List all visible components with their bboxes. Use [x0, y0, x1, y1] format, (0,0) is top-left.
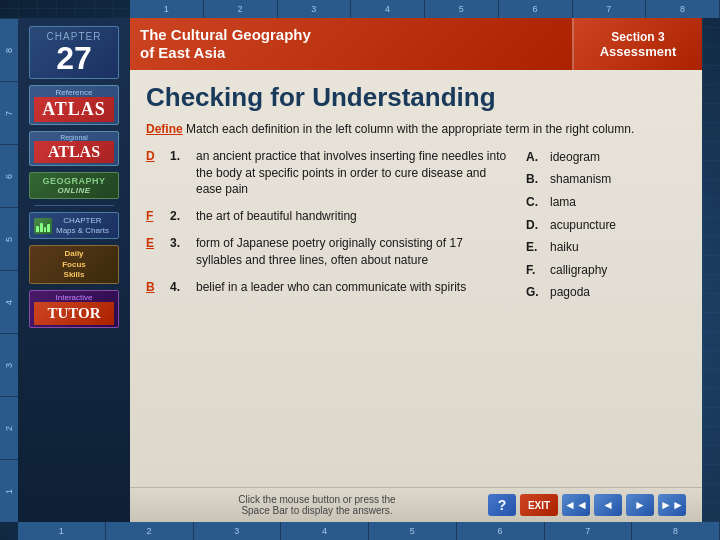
side-tab-1: 1 — [0, 459, 18, 522]
a-letter-a: A. — [526, 150, 544, 166]
header-title-area: The Cultural Geography of East Asia — [130, 18, 572, 70]
bottom-tab-7: 7 — [545, 522, 633, 540]
chapter-maps-button[interactable]: CHAPTER Maps & Charts — [29, 212, 119, 239]
side-tab-3: 3 — [0, 333, 18, 396]
footer-instruction: Click the mouse button or press the Spac… — [146, 494, 488, 516]
header-title-line1: The Cultural Geography — [140, 26, 562, 44]
bar2 — [40, 223, 43, 232]
sidebar: CHAPTER 27 Reference ATLAS Regional ATLA… — [18, 18, 130, 522]
daily-label: Daily Focus Skills — [34, 249, 114, 280]
geography-online-button[interactable]: GEOGRAPHY Online — [29, 172, 119, 199]
a-letter-e: E. — [526, 240, 544, 256]
a-text-d: acupuncture — [550, 218, 616, 234]
top-tab-6: 6 — [499, 0, 573, 18]
side-tab-8: 8 — [0, 18, 18, 81]
a-text-g: pagoda — [550, 285, 590, 301]
online-label: Online — [34, 186, 114, 195]
bar1 — [36, 226, 39, 232]
top-tab-8: 8 — [646, 0, 720, 18]
next-button[interactable]: ► — [626, 494, 654, 516]
answer-b: B. shamanism — [526, 172, 686, 188]
answer-f: F. calligraphy — [526, 263, 686, 279]
regional-label: Regional — [34, 134, 114, 141]
reference-label: Reference — [34, 88, 114, 97]
divider-1 — [34, 205, 114, 206]
a-text-b: shamanism — [550, 172, 611, 188]
interactive-tutor-button[interactable]: Interactive TUTOR — [29, 290, 119, 328]
daily-focus-button[interactable]: Daily Focus Skills — [29, 245, 119, 284]
a-text-f: calligraphy — [550, 263, 607, 279]
question-item-2: F 2. the art of beautiful handwriting — [146, 208, 510, 225]
a-text-c: lama — [550, 195, 576, 211]
answer-a: A. ideogram — [526, 150, 686, 166]
q1-letter: D — [146, 148, 162, 198]
chapter-maps-label: CHAPTER Maps & Charts — [56, 216, 109, 235]
a-letter-b: B. — [526, 172, 544, 188]
answer-c: C. lama — [526, 195, 686, 211]
q3-letter: E — [146, 235, 162, 269]
main-content: The Cultural Geography of East Asia Sect… — [130, 18, 702, 522]
exit-button[interactable]: EXIT — [520, 494, 558, 516]
interactive-label: Interactive — [34, 293, 114, 302]
q3-text: form of Japanese poetry originally consi… — [196, 235, 510, 269]
prev-button[interactable]: ◄ — [594, 494, 622, 516]
bottom-number-tabs: 1 2 3 4 5 6 7 8 — [18, 522, 720, 540]
chapter-maps-line2: Maps & Charts — [56, 226, 109, 236]
a-text-e: haiku — [550, 240, 579, 256]
answer-e: E. haiku — [526, 240, 686, 256]
tutor-label: TUTOR — [34, 302, 114, 325]
answer-g: G. pagoda — [526, 285, 686, 301]
side-tab-4: 4 — [0, 270, 18, 333]
bar4 — [47, 224, 50, 232]
side-number-tabs: 8 7 6 5 4 3 2 1 — [0, 18, 18, 522]
page-title: Checking for Understanding — [146, 82, 686, 113]
bottom-tab-8: 8 — [632, 522, 720, 540]
regional-atlas-button[interactable]: Regional ATLAS — [29, 131, 119, 166]
q1-text: an ancient practice that involves insert… — [196, 148, 510, 198]
bottom-tab-3: 3 — [194, 522, 282, 540]
bottom-tab-2: 2 — [106, 522, 194, 540]
answers-right: A. ideogram B. shamanism C. lama D. acup… — [526, 148, 686, 308]
last-button[interactable]: ►► — [658, 494, 686, 516]
define-text: Match each definition in the left column… — [186, 122, 634, 136]
bottom-tab-5: 5 — [369, 522, 457, 540]
q4-num: 4. — [170, 279, 188, 296]
a-letter-g: G. — [526, 285, 544, 301]
q2-letter: F — [146, 208, 162, 225]
content-footer: Click the mouse button or press the Spac… — [130, 487, 702, 522]
a-letter-c: C. — [526, 195, 544, 211]
q1-num: 1. — [170, 148, 188, 198]
first-button[interactable]: ◄◄ — [562, 494, 590, 516]
footer-buttons: ? EXIT ◄◄ ◄ ► ►► — [488, 494, 686, 516]
question-item-4: B 4. belief in a leader who can communic… — [146, 279, 510, 296]
footer-instruction-line2: Space Bar to display the answers. — [146, 505, 488, 516]
geography-label: GEOGRAPHY — [34, 176, 114, 186]
reference-atlas-button[interactable]: Reference ATLAS — [29, 85, 119, 125]
chapter-number: 27 — [36, 42, 112, 74]
question-item-3: E 3. form of Japanese poetry originally … — [146, 235, 510, 269]
define-instruction: Define Match each definition in the left… — [146, 121, 686, 138]
atlas-label-2: ATLAS — [34, 141, 114, 163]
top-number-tabs: 1 2 3 4 5 6 7 8 — [130, 0, 720, 18]
side-tab-7: 7 — [0, 81, 18, 144]
help-button[interactable]: ? — [488, 494, 516, 516]
atlas-label-1: ATLAS — [34, 97, 114, 122]
q2-num: 2. — [170, 208, 188, 225]
daily-line3: Skills — [34, 270, 114, 280]
chapter-maps-line1: CHAPTER — [56, 216, 109, 226]
top-tab-7: 7 — [573, 0, 647, 18]
a-letter-d: D. — [526, 218, 544, 234]
answer-d: D. acupuncture — [526, 218, 686, 234]
side-tab-5: 5 — [0, 207, 18, 270]
section-box: Section 3 Assessment — [572, 18, 702, 70]
a-text-a: ideogram — [550, 150, 600, 166]
daily-line2: Focus — [34, 260, 114, 270]
top-tab-4: 4 — [351, 0, 425, 18]
chapter-box: CHAPTER 27 — [29, 26, 119, 79]
q4-text: belief in a leader who can communicate w… — [196, 279, 466, 296]
bottom-tab-6: 6 — [457, 522, 545, 540]
content-body: Checking for Understanding Define Match … — [130, 70, 702, 487]
question-item-1: D 1. an ancient practice that involves i… — [146, 148, 510, 198]
assessment-label: Assessment — [600, 44, 677, 59]
bar3 — [44, 227, 47, 232]
